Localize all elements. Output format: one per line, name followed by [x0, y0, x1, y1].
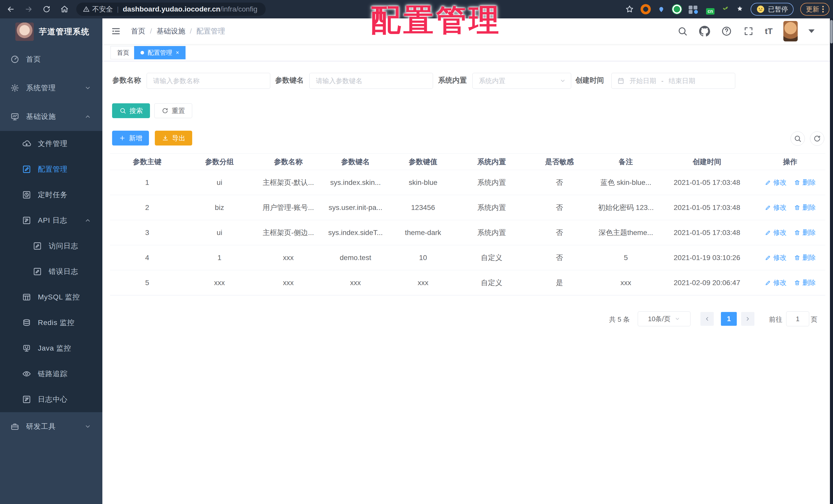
sidebar: 芋道管理系统 首页系统管理基础设施文件管理配置管理定时任务API 日志访问日志错…: [0, 19, 102, 504]
browser-forward-icon[interactable]: [22, 2, 36, 16]
sidebar-item-0[interactable]: 首页: [0, 45, 102, 74]
edit-link[interactable]: 修改: [765, 228, 787, 237]
chevron-down-icon[interactable]: [808, 29, 814, 33]
sidebar-item-1[interactable]: 系统管理: [0, 74, 102, 102]
param-key-input[interactable]: [310, 73, 433, 89]
security-label[interactable]: 不安全: [92, 5, 113, 14]
address-bar[interactable]: 不安全 | dashboard.yudao.iocoder.cn/infra/c…: [76, 3, 266, 16]
system-type-value[interactable]: [473, 73, 571, 89]
delete-link[interactable]: 删除: [794, 253, 816, 262]
edit-link[interactable]: 修改: [765, 178, 787, 187]
github-icon[interactable]: [699, 26, 710, 37]
edit-link[interactable]: 修改: [765, 278, 787, 287]
fullscreen-icon[interactable]: [743, 26, 754, 37]
delete-link[interactable]: 删除: [794, 178, 816, 187]
extension-green-icon[interactable]: [672, 4, 682, 14]
page-size-select[interactable]: 10条/页: [638, 311, 690, 326]
kebab-menu-icon[interactable]: [822, 5, 824, 14]
sidebar-item-label: 系统管理: [26, 83, 56, 93]
breadcrumb-item[interactable]: 首页: [131, 26, 145, 36]
edit-link[interactable]: 修改: [765, 253, 787, 262]
scrollbar-track[interactable]: [830, 19, 833, 504]
edit-link[interactable]: 修改: [765, 203, 787, 212]
system-type-select[interactable]: [472, 73, 571, 89]
table-cell: 主框架页-侧边...: [255, 228, 322, 237]
tab-home[interactable]: 首页: [111, 46, 136, 59]
prev-page-button[interactable]: [700, 312, 714, 326]
reset-button[interactable]: 重置: [154, 103, 192, 118]
profile-paused-chip[interactable]: 已暂停: [751, 3, 793, 16]
add-button[interactable]: 新增: [112, 131, 149, 146]
breadcrumb-item[interactable]: 基础设施: [157, 26, 185, 36]
font-size-icon[interactable]: tT: [765, 27, 772, 36]
pencil-icon: [765, 179, 771, 186]
sidebar-item-4[interactable]: 配置管理: [0, 156, 102, 182]
sidebar-item-5[interactable]: 定时任务: [0, 182, 102, 208]
date-range-picker[interactable]: 开始日期 - 结束日期: [611, 73, 735, 89]
current-page-button[interactable]: 1: [721, 312, 737, 326]
chevron-down-icon: [85, 85, 91, 91]
extension-grid-icon[interactable]: [689, 5, 698, 14]
extension-cn-icon[interactable]: cn: [705, 4, 715, 14]
export-button[interactable]: 导出: [155, 131, 192, 146]
delete-link[interactable]: 删除: [794, 228, 816, 237]
sidebar-item-12[interactable]: 链路追踪: [0, 361, 102, 387]
sidebar-item-14[interactable]: 研发工具: [0, 412, 102, 441]
api-log-icon: [22, 216, 31, 225]
search-button[interactable]: 搜索: [112, 103, 150, 118]
security-warning-icon[interactable]: [83, 6, 90, 12]
sidebar-item-7[interactable]: 访问日志: [0, 233, 102, 259]
help-icon[interactable]: [721, 26, 732, 37]
sidebar-item-11[interactable]: Java 监控: [0, 335, 102, 361]
breadcrumb-separator: /: [150, 27, 152, 35]
search-icon[interactable]: [677, 26, 688, 37]
table-header-row: 参数主键参数分组参数名称参数键名参数键值系统内置是否敏感备注创建时间操作: [110, 153, 825, 170]
date-end-placeholder[interactable]: 结束日期: [669, 76, 695, 85]
sidebar-item-3[interactable]: 文件管理: [0, 131, 102, 156]
sidebar-item-13[interactable]: 日志中心: [0, 387, 102, 412]
browser-back-icon[interactable]: [4, 2, 18, 16]
table-cell: 否: [526, 178, 593, 187]
refresh-table-button[interactable]: [810, 131, 824, 146]
hamburger-icon[interactable]: [111, 26, 121, 36]
java-icon: [22, 344, 31, 353]
gear-icon: [10, 83, 20, 93]
extension-plant-icon[interactable]: [721, 5, 729, 14]
filter-key-label: 参数键名: [275, 75, 304, 85]
delete-link[interactable]: 删除: [794, 278, 816, 287]
browser-reload-icon[interactable]: [40, 2, 54, 16]
sidebar-item-6[interactable]: API 日志: [0, 208, 102, 233]
trash-icon: [794, 179, 801, 186]
page-title-watermark: 配置管理: [371, 0, 502, 41]
eye-icon: [22, 369, 31, 378]
sidebar-item-8[interactable]: 错误日志: [0, 259, 102, 284]
date-start-placeholder[interactable]: 开始日期: [629, 76, 656, 85]
next-page-button[interactable]: [741, 312, 755, 326]
table-cell: 主框架页-默认...: [255, 178, 322, 187]
tab-config[interactable]: 配置管理 ×: [134, 46, 186, 59]
extension-orange-icon[interactable]: [641, 4, 651, 14]
extension-pin-icon[interactable]: [658, 5, 665, 14]
column-header: 操作: [755, 157, 825, 167]
browser-home-icon[interactable]: [57, 2, 72, 16]
trash-icon: [794, 229, 801, 236]
scrollbar-thumb[interactable]: [830, 20, 833, 44]
sidebar-item-2[interactable]: 基础设施: [0, 102, 102, 131]
table-cell: 2021-02-09 20:06:47: [659, 279, 755, 287]
sidebar-item-label: 配置管理: [38, 165, 68, 174]
search-icon: [119, 107, 126, 114]
param-name-input[interactable]: [147, 73, 270, 89]
briefcase-icon: [10, 422, 20, 431]
table-cell: 蓝色 skin-blue...: [593, 178, 659, 187]
delete-link[interactable]: 删除: [794, 203, 816, 212]
app-logo-row[interactable]: 芋道管理系统: [0, 19, 102, 45]
close-icon[interactable]: ×: [176, 49, 179, 56]
extension-pin2-icon[interactable]: [736, 5, 744, 13]
goto-page-input[interactable]: [786, 311, 809, 326]
sidebar-item-10[interactable]: Redis 监控: [0, 310, 102, 335]
bookmark-star-icon[interactable]: [625, 5, 634, 14]
browser-update-button[interactable]: 更新: [800, 3, 829, 16]
sidebar-item-9[interactable]: MySQL 监控: [0, 284, 102, 310]
user-avatar[interactable]: [783, 21, 798, 42]
toggle-search-button[interactable]: [790, 131, 805, 146]
